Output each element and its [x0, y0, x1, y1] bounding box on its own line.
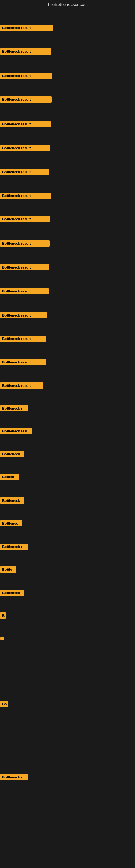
bottleneck-item: Bottleneck r: [0, 544, 28, 551]
bottleneck-item: Bottleneck result: [0, 96, 52, 104]
bottleneck-item: Bottleneck result: [0, 25, 53, 32]
bottleneck-badge: Bottleneck resu: [0, 428, 32, 434]
bottleneck-badge: Bottleneck result: [0, 240, 50, 247]
bottleneck-item: Bottleneck result: [0, 336, 46, 343]
bottleneck-item: Bottleneck result: [0, 216, 50, 223]
bottleneck-item: Bottlen: [0, 474, 19, 481]
bottleneck-item: Bottleneck result: [0, 121, 51, 128]
bottleneck-badge: Bottleneck result: [0, 336, 46, 342]
bottleneck-item: [0, 636, 4, 641]
bottleneck-item: Bottleneck resu: [0, 428, 32, 435]
bottleneck-badge: Bottleneck result: [0, 145, 50, 151]
bottleneck-badge: Bottleneck result: [0, 193, 51, 199]
bottleneck-item: Bottleneck: [0, 451, 24, 458]
bottleneck-item: Bottleneck result: [0, 193, 51, 200]
bottleneck-item: Bottlenec: [0, 520, 22, 528]
bottleneck-badge: Bottleneck: [0, 590, 24, 596]
bottleneck-badge: Bottleneck r: [0, 544, 28, 550]
bottleneck-badge: Bottleneck result: [0, 382, 43, 389]
bottleneck-badge: Bottle: [0, 566, 16, 572]
bottleneck-badge: Bottleneck result: [0, 169, 49, 175]
bottleneck-badge: Bottleneck result: [0, 359, 46, 365]
bottleneck-item: Bottleneck: [0, 497, 24, 505]
bottleneck-badge: Bottleneck result: [0, 264, 49, 271]
bottleneck-badge: Bottleneck result: [0, 121, 51, 127]
bottleneck-item: Bo: [0, 701, 8, 708]
bottleneck-badge: Bottleneck result: [0, 48, 51, 55]
bottleneck-badge: Bottleneck result: [0, 25, 53, 31]
bottleneck-badge: Bottleneck result: [0, 96, 52, 102]
bottleneck-badge: Bottlen: [0, 474, 19, 480]
bottleneck-item: Bottleneck result: [0, 240, 50, 248]
bottleneck-item: Bottleneck: [0, 590, 24, 597]
bottleneck-badge: Bo: [0, 701, 8, 707]
bottleneck-item: Bottleneck r: [0, 405, 28, 412]
bottleneck-badge: Bottleneck r: [0, 405, 28, 411]
bottleneck-badge: Bottleneck result: [0, 288, 49, 294]
bottleneck-item: Bottle: [0, 566, 16, 574]
bottleneck-badge: Bottleneck: [0, 451, 24, 457]
bottleneck-badge: Bottleneck result: [0, 312, 47, 318]
bottleneck-badge: Bottlenec: [0, 520, 22, 527]
bottleneck-badge: Bottleneck result: [0, 73, 52, 79]
bottleneck-badge: [0, 638, 4, 640]
bottleneck-badge: Bottleneck r: [0, 774, 28, 780]
bottleneck-item: Bottleneck result: [0, 264, 49, 272]
site-title: TheBottlenecker.com: [0, 0, 135, 9]
bottleneck-item: Bottleneck r: [0, 774, 28, 781]
bottleneck-item: Bottleneck result: [0, 359, 46, 367]
bottleneck-item: Bottleneck result: [0, 382, 43, 390]
bottleneck-item: Bottleneck result: [0, 312, 47, 319]
bottleneck-badge: Bottleneck result: [0, 216, 50, 222]
bottleneck-item: Bottleneck result: [0, 145, 50, 152]
bottleneck-badge: Bottleneck: [0, 497, 24, 504]
bottleneck-item: Bottleneck result: [0, 288, 49, 296]
bottleneck-item: Bottleneck result: [0, 48, 51, 56]
bottleneck-item: Bottleneck result: [0, 73, 52, 80]
bottleneck-item: B: [0, 613, 6, 620]
bottleneck-item: Bottleneck result: [0, 169, 49, 176]
bottleneck-badge: B: [0, 613, 6, 619]
